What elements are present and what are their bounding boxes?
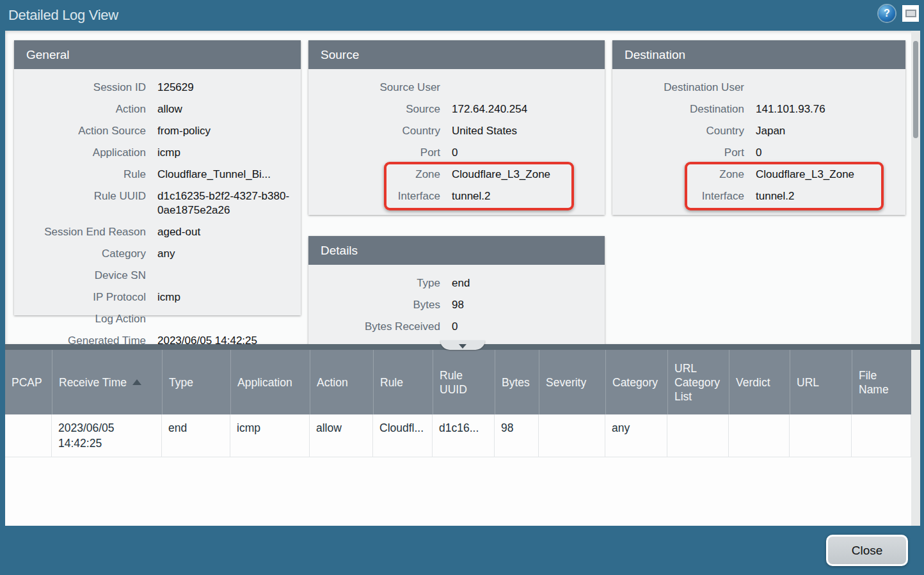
field-row-source-user: Source User <box>308 77 605 98</box>
field-row-source: Source172.64.240.254 <box>308 98 605 120</box>
field-value: 172.64.240.254 <box>452 102 605 116</box>
cell-rule: Cloudfl... <box>373 414 433 457</box>
field-label: Source <box>308 102 452 116</box>
field-value: Japan <box>756 124 905 138</box>
field-value <box>157 312 301 326</box>
column-header-application[interactable]: Application <box>230 350 310 414</box>
field-row-type: Typeend <box>308 272 605 294</box>
cell-bytes: 98 <box>495 414 539 457</box>
field-label: Destination <box>612 102 756 116</box>
field-value <box>452 81 605 95</box>
field-row-application: Applicationicmp <box>14 142 301 164</box>
field-label: Action Source <box>14 124 157 138</box>
panels-scrollbar-thumb[interactable] <box>913 41 918 138</box>
field-row-ip-protocol: IP Protocolicmp <box>14 287 301 308</box>
field-label: Log Action <box>14 312 157 326</box>
field-label: Country <box>308 124 452 138</box>
window-control-icon[interactable] <box>902 5 919 22</box>
field-value: 0 <box>756 146 905 160</box>
field-value: United States <box>452 124 605 138</box>
cell-category: any <box>605 414 667 457</box>
column-header-url[interactable]: URL <box>790 350 852 414</box>
help-glyph: ? <box>884 8 890 19</box>
field-value: 0 <box>452 146 605 160</box>
table-scrollbar[interactable] <box>911 350 920 526</box>
log-table-row[interactable]: 2023/06/05 14:42:25 end icmp allow Cloud… <box>5 414 911 457</box>
field-value <box>157 269 301 283</box>
column-header-verdict[interactable]: Verdict <box>729 350 790 414</box>
field-row-rule: RuleCloudflare_Tunnel_Bi... <box>14 164 301 185</box>
panel-destination-body: Destination User Destination141.101.93.7… <box>612 69 905 215</box>
field-value <box>756 81 905 95</box>
field-label: Generated Time <box>14 334 157 344</box>
column-header-pcap[interactable]: PCAP <box>5 350 52 414</box>
log-detail-area: General Session ID125629 Actionallow Act… <box>5 31 920 344</box>
field-row-destination: Destination141.101.93.76 <box>612 98 905 120</box>
field-value: allow <box>157 102 301 116</box>
column-header-receive-time[interactable]: Receive Time <box>52 350 162 414</box>
panel-destination: Destination Destination User Destination… <box>612 40 905 215</box>
panel-source: Source Source User Source172.64.240.254 … <box>308 40 605 215</box>
field-label: Category <box>14 247 157 261</box>
field-row-log-action: Log Action <box>14 308 301 330</box>
column-header-category[interactable]: Category <box>605 350 667 414</box>
field-row-port: Port0 <box>308 142 605 164</box>
field-label: Port <box>612 146 756 160</box>
cell-rule-uuid: d1c16... <box>433 414 495 457</box>
field-label: Type <box>308 276 452 290</box>
window-glyph <box>905 10 916 17</box>
field-label: IP Protocol <box>14 290 157 304</box>
panel-general-title: General <box>14 40 301 69</box>
field-value: tunnel.2 <box>452 189 605 203</box>
field-row-interface: Interfacetunnel.2 <box>612 185 905 207</box>
help-icon[interactable]: ? <box>879 5 895 22</box>
field-value: icmp <box>157 290 301 304</box>
field-row-port: Port0 <box>612 142 905 164</box>
field-value: tunnel.2 <box>756 189 905 203</box>
field-label: Action <box>14 102 157 116</box>
field-label: Interface <box>308 189 452 203</box>
column-header-type[interactable]: Type <box>162 350 230 414</box>
field-label: Session End Reason <box>14 225 157 239</box>
field-value: aged-out <box>157 225 301 239</box>
cell-verdict <box>729 414 790 457</box>
log-table-header: PCAP Receive Time Type Application Actio… <box>5 350 911 414</box>
cell-severity <box>539 414 605 457</box>
splitter-bar <box>5 344 920 350</box>
column-header-action[interactable]: Action <box>310 350 373 414</box>
page-title: Detailed Log View <box>8 7 118 24</box>
field-value: d1c16235-b2f2-4327-b380-0ae1875e2a26 <box>157 189 301 217</box>
column-header-url-category-list[interactable]: URL Category List <box>667 350 729 414</box>
field-label: Port <box>308 146 452 160</box>
field-row-rule-uuid: Rule UUIDd1c16235-b2f2-4327-b380-0ae1875… <box>14 185 301 221</box>
close-button[interactable]: Close <box>826 535 908 566</box>
field-value: 2023/06/05 14:42:25 <box>157 334 301 344</box>
field-row-bytes-received: Bytes Received0 <box>308 316 605 338</box>
panels-scrollbar[interactable] <box>911 31 920 344</box>
field-row-category: Categoryany <box>14 243 301 265</box>
panel-destination-title: Destination <box>612 40 905 69</box>
cell-type: end <box>162 414 230 457</box>
field-row-zone: ZoneCloudflare_L3_Zone <box>308 164 605 185</box>
titlebar: Detailed Log View ? <box>0 0 924 31</box>
field-label: Rule UUID <box>14 189 157 217</box>
field-label: Bytes Received <box>308 320 452 334</box>
column-header-file-name[interactable]: File Name <box>852 350 911 414</box>
field-row-bytes: Bytes98 <box>308 294 605 316</box>
column-header-severity[interactable]: Severity <box>539 350 605 414</box>
panel-details-body: Typeend Bytes98 Bytes Received0 <box>308 265 605 344</box>
column-header-bytes[interactable]: Bytes <box>495 350 539 414</box>
column-header-rule-uuid[interactable]: Rule UUID <box>433 350 495 414</box>
splitter-handle[interactable] <box>440 340 485 350</box>
field-label: Zone <box>308 168 452 182</box>
field-row-zone: ZoneCloudflare_L3_Zone <box>612 164 905 185</box>
field-label: Device SN <box>14 269 157 283</box>
column-header-rule[interactable]: Rule <box>373 350 433 414</box>
panel-source-body: Source User Source172.64.240.254 Country… <box>308 69 605 215</box>
titlebar-icons: ? <box>879 5 919 22</box>
field-label: Interface <box>612 189 756 203</box>
field-label: Rule <box>14 168 157 182</box>
field-value: Cloudflare_L3_Zone <box>756 168 905 182</box>
field-label: Bytes <box>308 298 452 312</box>
field-row-action-source: Action Sourcefrom-policy <box>14 120 301 142</box>
